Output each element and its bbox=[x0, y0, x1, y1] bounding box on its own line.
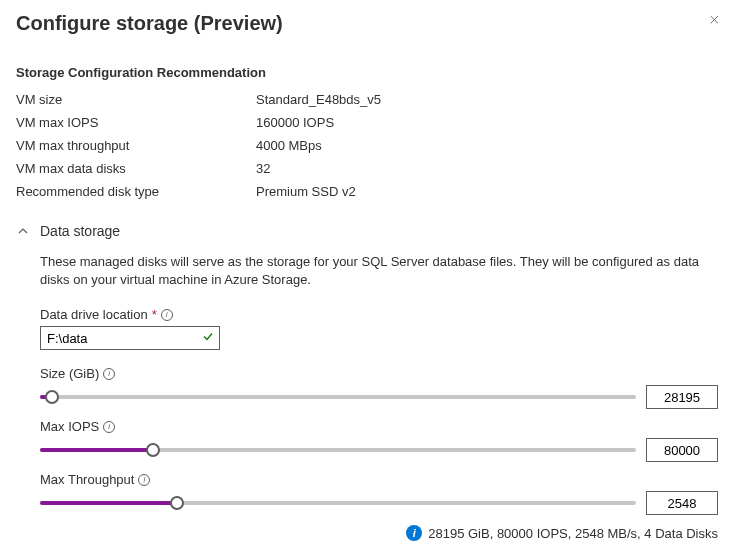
vm-max-disks-row: VM max data disks 32 bbox=[16, 161, 718, 176]
max-throughput-label: Max Throughput i bbox=[40, 472, 718, 487]
max-iops-label-text: Max IOPS bbox=[40, 419, 99, 434]
vm-max-throughput-value: 4000 MBps bbox=[256, 138, 322, 153]
drive-location-label: Data drive location * i bbox=[40, 307, 718, 322]
storage-summary: i 28195 GiB, 80000 IOPS, 2548 MB/s, 4 Da… bbox=[40, 525, 718, 541]
storage-summary-text: 28195 GiB, 80000 IOPS, 2548 MB/s, 4 Data… bbox=[428, 526, 718, 541]
recommendation-section: Storage Configuration Recommendation VM … bbox=[16, 65, 718, 199]
drive-location-input[interactable] bbox=[40, 326, 220, 350]
vm-max-iops-row: VM max IOPS 160000 IOPS bbox=[16, 115, 718, 130]
max-iops-slider[interactable] bbox=[40, 448, 636, 452]
checkmark-icon bbox=[202, 331, 214, 346]
size-value-input[interactable] bbox=[646, 385, 718, 409]
slider-thumb[interactable] bbox=[146, 443, 160, 457]
vm-size-label: VM size bbox=[16, 92, 256, 107]
vm-size-value: Standard_E48bds_v5 bbox=[256, 92, 381, 107]
size-label-text: Size (GiB) bbox=[40, 366, 99, 381]
page-title: Configure storage (Preview) bbox=[16, 12, 283, 35]
vm-size-row: VM size Standard_E48bds_v5 bbox=[16, 92, 718, 107]
data-storage-description: These managed disks will serve as the st… bbox=[40, 253, 718, 289]
slider-thumb[interactable] bbox=[45, 390, 59, 404]
max-throughput-label-text: Max Throughput bbox=[40, 472, 134, 487]
recommended-disk-value: Premium SSD v2 bbox=[256, 184, 356, 199]
recommended-disk-row: Recommended disk type Premium SSD v2 bbox=[16, 184, 718, 199]
vm-max-iops-label: VM max IOPS bbox=[16, 115, 256, 130]
slider-thumb[interactable] bbox=[170, 496, 184, 510]
max-iops-label: Max IOPS i bbox=[40, 419, 718, 434]
data-storage-title: Data storage bbox=[40, 223, 120, 239]
info-icon[interactable]: i bbox=[138, 474, 150, 486]
data-storage-toggle[interactable]: Data storage bbox=[16, 223, 718, 239]
max-iops-value-input[interactable] bbox=[646, 438, 718, 462]
info-icon[interactable]: i bbox=[103, 421, 115, 433]
recommended-disk-label: Recommended disk type bbox=[16, 184, 256, 199]
info-icon[interactable]: i bbox=[103, 368, 115, 380]
vm-max-throughput-row: VM max throughput 4000 MBps bbox=[16, 138, 718, 153]
max-throughput-value-input[interactable] bbox=[646, 491, 718, 515]
vm-max-disks-label: VM max data disks bbox=[16, 161, 256, 176]
required-asterisk: * bbox=[152, 307, 157, 322]
vm-max-iops-value: 160000 IOPS bbox=[256, 115, 334, 130]
info-icon[interactable]: i bbox=[161, 309, 173, 321]
size-slider[interactable] bbox=[40, 395, 636, 399]
close-icon[interactable] bbox=[701, 12, 718, 30]
size-label: Size (GiB) i bbox=[40, 366, 718, 381]
data-storage-section: Data storage These managed disks will se… bbox=[16, 223, 718, 541]
chevron-up-icon bbox=[16, 224, 30, 238]
vm-max-throughput-label: VM max throughput bbox=[16, 138, 256, 153]
info-icon: i bbox=[406, 525, 422, 541]
recommendation-heading: Storage Configuration Recommendation bbox=[16, 65, 718, 80]
drive-location-label-text: Data drive location bbox=[40, 307, 148, 322]
vm-max-disks-value: 32 bbox=[256, 161, 270, 176]
max-throughput-slider[interactable] bbox=[40, 501, 636, 505]
